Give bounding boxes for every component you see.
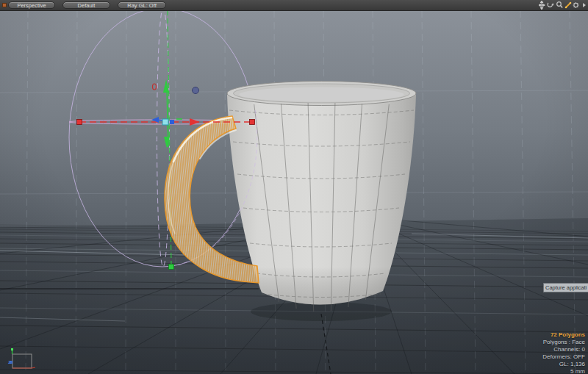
viewport-3d[interactable] bbox=[0, 0, 588, 374]
view-mode-button[interactable]: Perspective bbox=[8, 1, 55, 9]
gizmo-y-handle-bottom bbox=[169, 265, 174, 270]
selection-count: 72 Polygons bbox=[542, 331, 585, 339]
modeling-app-window: z Perspective Default Ray GL: Off bbox=[0, 0, 588, 374]
zoom-tool-icon[interactable] bbox=[557, 2, 563, 8]
workplane-z-label: z bbox=[8, 359, 11, 365]
measure-line-icon[interactable] bbox=[565, 2, 572, 9]
stats-line-mode: Polygons : Face bbox=[542, 339, 585, 346]
stats-line-gl: GL: 1,136 bbox=[542, 361, 585, 368]
move-tool-icon[interactable] bbox=[539, 1, 545, 10]
rotate-tool-icon[interactable] bbox=[548, 3, 553, 7]
stats-line-gridsize: 5 mm bbox=[542, 368, 585, 374]
expand-arrow-icon[interactable] bbox=[583, 3, 586, 7]
stats-line-deformers: Deformers: OFF bbox=[542, 353, 585, 361]
gizmo-z-handle bbox=[170, 120, 174, 124]
settings-gear-icon[interactable] bbox=[573, 2, 579, 8]
gizmo-rotate-z-handle bbox=[193, 87, 199, 94]
gizmo-x-handle-left bbox=[77, 120, 82, 125]
viewport-tool-icons bbox=[539, 1, 586, 10]
gizmo-x-handle-right bbox=[250, 120, 255, 125]
shading-preset-button[interactable]: Default bbox=[62, 1, 110, 9]
viewport-color-swatch[interactable] bbox=[2, 3, 7, 7]
viewport-header-bar: Perspective Default Ray GL: Off bbox=[0, 0, 588, 11]
gizmo-center-handle bbox=[162, 119, 168, 125]
raygl-toggle-button[interactable]: Ray GL: Off bbox=[118, 1, 166, 9]
viewport-stats-readout: 72 Polygons Polygons : Face Channels: 0 … bbox=[542, 331, 585, 374]
tooltip: Capture applicati bbox=[543, 283, 588, 292]
stats-line-channels: Channels: 0 bbox=[542, 346, 585, 353]
